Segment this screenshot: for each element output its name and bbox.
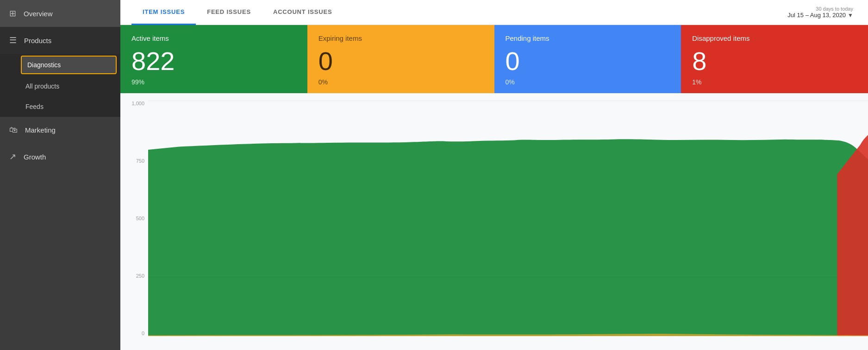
stat-card-expiring[interactable]: Expiring items 0 0% — [307, 25, 494, 93]
active-number: 822 — [131, 47, 296, 76]
chart-y-labels: 1,000 750 500 250 0 — [120, 101, 148, 336]
sidebar-sub-item-all-products[interactable]: All products — [0, 76, 120, 96]
date-range-label: 30 days to today — [787, 6, 853, 12]
sidebar-item-growth[interactable]: ↗ Growth — [0, 143, 120, 170]
chevron-down-icon: ▼ — [848, 12, 853, 19]
pending-label: Pending items — [506, 34, 670, 42]
sidebar-item-marketing[interactable]: 🛍 Marketing — [0, 117, 120, 143]
content-wrapper: 1,000 750 500 250 0 — [120, 93, 868, 350]
growth-icon: ↗ — [9, 152, 16, 162]
sidebar-item-products[interactable]: ☰ Products — [0, 27, 120, 54]
overview-icon: ⊞ — [9, 8, 16, 19]
disapproved-number: 8 — [692, 47, 857, 76]
sidebar-item-growth-label: Growth — [24, 153, 46, 161]
main-content: ITEM ISSUES FEED ISSUES ACCOUNT ISSUES 3… — [120, 0, 868, 350]
chart-svg — [148, 101, 868, 336]
sidebar: ⊞ Overview ☰ Products Diagnostics All pr… — [0, 0, 120, 350]
disapproved-label: Disapproved items — [692, 34, 857, 42]
sidebar-sub-item-diagnostics[interactable]: Diagnostics — [21, 56, 117, 74]
header-wrapper: ITEM ISSUES FEED ISSUES ACCOUNT ISSUES 3… — [120, 0, 868, 93]
y-label-0: 0 — [142, 331, 144, 336]
tab-account-issues[interactable]: ACCOUNT ISSUES — [262, 0, 343, 25]
date-selector[interactable]: 30 days to today Jul 15 – Aug 13, 2020 ▼ — [784, 0, 857, 25]
stats-row: Active items 822 99% Expiring items 0 0%… — [120, 25, 868, 93]
stat-card-disapproved[interactable]: Disapproved items 8 1% — [681, 25, 868, 93]
sidebar-sub-products: Diagnostics All products Feeds — [0, 54, 120, 117]
tabs-bar: ITEM ISSUES FEED ISSUES ACCOUNT ISSUES 3… — [120, 0, 868, 25]
expiring-label: Expiring items — [318, 34, 483, 42]
marketing-icon: 🛍 — [9, 125, 18, 135]
expiring-pct: 0% — [318, 78, 483, 86]
tab-feed-issues[interactable]: FEED ISSUES — [196, 0, 262, 25]
y-label-250: 250 — [136, 273, 144, 279]
sidebar-item-marketing-label: Marketing — [25, 126, 56, 134]
products-icon: ☰ — [9, 35, 17, 45]
disapproved-pct: 1% — [692, 78, 857, 86]
y-label-1000: 1,000 — [131, 101, 144, 106]
active-pct: 99% — [131, 78, 296, 86]
pending-number: 0 — [506, 47, 670, 76]
sidebar-item-overview[interactable]: ⊞ Overview — [0, 0, 120, 27]
tab-item-issues[interactable]: ITEM ISSUES — [131, 0, 196, 25]
chart-area: 1,000 750 500 250 0 — [120, 93, 868, 350]
y-label-750: 750 — [136, 158, 144, 164]
stat-card-active[interactable]: Active items 822 99% — [120, 25, 307, 93]
pending-pct: 0% — [506, 78, 670, 86]
sidebar-item-overview-label: Overview — [24, 10, 53, 18]
y-label-500: 500 — [136, 216, 144, 221]
sidebar-item-products-label: Products — [24, 37, 51, 45]
sidebar-sub-item-feeds[interactable]: Feeds — [0, 96, 120, 117]
date-range-picker[interactable]: Jul 15 – Aug 13, 2020 ▼ — [787, 12, 853, 19]
expiring-number: 0 — [318, 47, 483, 76]
active-label: Active items — [131, 34, 296, 42]
stat-card-pending[interactable]: Pending items 0 0% — [494, 25, 681, 93]
date-range-value: Jul 15 – Aug 13, 2020 — [787, 12, 846, 19]
